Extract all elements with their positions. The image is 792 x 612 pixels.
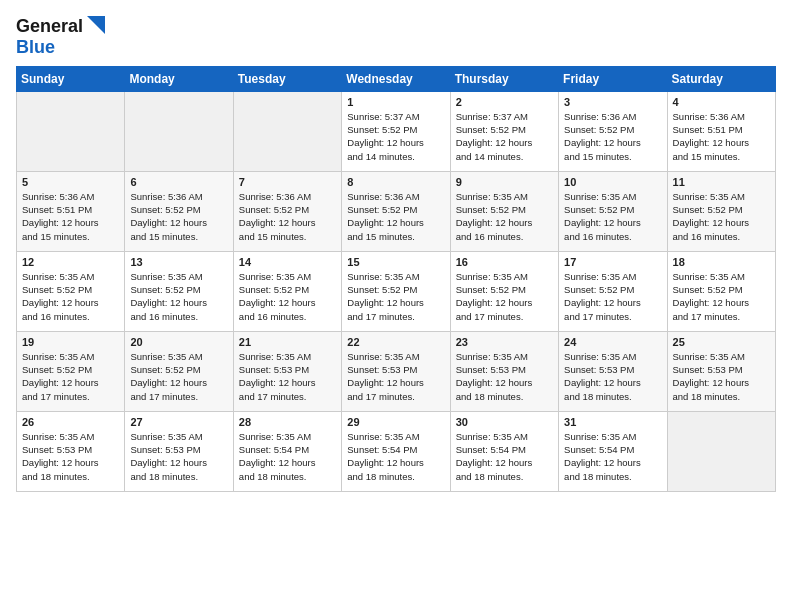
calendar-cell: 16Sunrise: 5:35 AM Sunset: 5:52 PM Dayli… — [450, 251, 558, 331]
calendar-cell: 30Sunrise: 5:35 AM Sunset: 5:54 PM Dayli… — [450, 411, 558, 491]
day-number: 29 — [347, 416, 444, 428]
calendar-cell: 19Sunrise: 5:35 AM Sunset: 5:52 PM Dayli… — [17, 331, 125, 411]
day-number: 23 — [456, 336, 553, 348]
column-header-friday: Friday — [559, 66, 667, 91]
day-number: 15 — [347, 256, 444, 268]
day-info: Sunrise: 5:35 AM Sunset: 5:53 PM Dayligh… — [456, 350, 553, 403]
calendar-cell: 23Sunrise: 5:35 AM Sunset: 5:53 PM Dayli… — [450, 331, 558, 411]
day-number: 16 — [456, 256, 553, 268]
day-number: 19 — [22, 336, 119, 348]
calendar-cell: 10Sunrise: 5:35 AM Sunset: 5:52 PM Dayli… — [559, 171, 667, 251]
logo-arrow-icon — [83, 16, 105, 38]
calendar-cell — [17, 91, 125, 171]
day-number: 7 — [239, 176, 336, 188]
logo: General Blue — [16, 16, 105, 58]
calendar-cell: 1Sunrise: 5:37 AM Sunset: 5:52 PM Daylig… — [342, 91, 450, 171]
day-info: Sunrise: 5:35 AM Sunset: 5:53 PM Dayligh… — [130, 430, 227, 483]
day-number: 5 — [22, 176, 119, 188]
day-info: Sunrise: 5:35 AM Sunset: 5:52 PM Dayligh… — [130, 350, 227, 403]
day-info: Sunrise: 5:35 AM Sunset: 5:54 PM Dayligh… — [564, 430, 661, 483]
column-header-tuesday: Tuesday — [233, 66, 341, 91]
calendar-cell: 2Sunrise: 5:37 AM Sunset: 5:52 PM Daylig… — [450, 91, 558, 171]
calendar-cell: 31Sunrise: 5:35 AM Sunset: 5:54 PM Dayli… — [559, 411, 667, 491]
calendar-cell: 8Sunrise: 5:36 AM Sunset: 5:52 PM Daylig… — [342, 171, 450, 251]
calendar-cell — [125, 91, 233, 171]
day-info: Sunrise: 5:35 AM Sunset: 5:53 PM Dayligh… — [22, 430, 119, 483]
day-info: Sunrise: 5:35 AM Sunset: 5:52 PM Dayligh… — [347, 270, 444, 323]
day-number: 6 — [130, 176, 227, 188]
calendar-cell: 29Sunrise: 5:35 AM Sunset: 5:54 PM Dayli… — [342, 411, 450, 491]
column-header-monday: Monday — [125, 66, 233, 91]
day-info: Sunrise: 5:36 AM Sunset: 5:52 PM Dayligh… — [239, 190, 336, 243]
day-info: Sunrise: 5:35 AM Sunset: 5:53 PM Dayligh… — [564, 350, 661, 403]
calendar-week-row: 1Sunrise: 5:37 AM Sunset: 5:52 PM Daylig… — [17, 91, 776, 171]
day-number: 12 — [22, 256, 119, 268]
calendar-cell: 26Sunrise: 5:35 AM Sunset: 5:53 PM Dayli… — [17, 411, 125, 491]
column-header-saturday: Saturday — [667, 66, 775, 91]
day-number: 17 — [564, 256, 661, 268]
day-number: 18 — [673, 256, 770, 268]
logo-svg-container: General Blue — [16, 16, 105, 58]
day-info: Sunrise: 5:35 AM Sunset: 5:52 PM Dayligh… — [456, 190, 553, 243]
calendar-cell: 14Sunrise: 5:35 AM Sunset: 5:52 PM Dayli… — [233, 251, 341, 331]
calendar-cell: 22Sunrise: 5:35 AM Sunset: 5:53 PM Dayli… — [342, 331, 450, 411]
calendar-cell: 7Sunrise: 5:36 AM Sunset: 5:52 PM Daylig… — [233, 171, 341, 251]
page-header: General Blue — [16, 16, 776, 58]
day-number: 28 — [239, 416, 336, 428]
day-info: Sunrise: 5:37 AM Sunset: 5:52 PM Dayligh… — [347, 110, 444, 163]
calendar-cell: 3Sunrise: 5:36 AM Sunset: 5:52 PM Daylig… — [559, 91, 667, 171]
day-info: Sunrise: 5:35 AM Sunset: 5:52 PM Dayligh… — [130, 270, 227, 323]
calendar-week-row: 12Sunrise: 5:35 AM Sunset: 5:52 PM Dayli… — [17, 251, 776, 331]
day-number: 13 — [130, 256, 227, 268]
day-number: 31 — [564, 416, 661, 428]
svg-marker-0 — [87, 16, 105, 34]
calendar-cell: 21Sunrise: 5:35 AM Sunset: 5:53 PM Dayli… — [233, 331, 341, 411]
column-header-sunday: Sunday — [17, 66, 125, 91]
day-number: 10 — [564, 176, 661, 188]
day-info: Sunrise: 5:36 AM Sunset: 5:51 PM Dayligh… — [673, 110, 770, 163]
day-number: 14 — [239, 256, 336, 268]
day-info: Sunrise: 5:35 AM Sunset: 5:52 PM Dayligh… — [239, 270, 336, 323]
calendar-cell: 13Sunrise: 5:35 AM Sunset: 5:52 PM Dayli… — [125, 251, 233, 331]
column-header-wednesday: Wednesday — [342, 66, 450, 91]
calendar-cell: 28Sunrise: 5:35 AM Sunset: 5:54 PM Dayli… — [233, 411, 341, 491]
day-number: 30 — [456, 416, 553, 428]
day-number: 27 — [130, 416, 227, 428]
day-info: Sunrise: 5:35 AM Sunset: 5:52 PM Dayligh… — [673, 190, 770, 243]
day-info: Sunrise: 5:35 AM Sunset: 5:52 PM Dayligh… — [22, 350, 119, 403]
day-number: 24 — [564, 336, 661, 348]
day-info: Sunrise: 5:35 AM Sunset: 5:53 PM Dayligh… — [347, 350, 444, 403]
day-number: 22 — [347, 336, 444, 348]
calendar-cell: 11Sunrise: 5:35 AM Sunset: 5:52 PM Dayli… — [667, 171, 775, 251]
calendar-cell: 9Sunrise: 5:35 AM Sunset: 5:52 PM Daylig… — [450, 171, 558, 251]
calendar-cell: 27Sunrise: 5:35 AM Sunset: 5:53 PM Dayli… — [125, 411, 233, 491]
calendar-cell: 6Sunrise: 5:36 AM Sunset: 5:52 PM Daylig… — [125, 171, 233, 251]
day-info: Sunrise: 5:35 AM Sunset: 5:52 PM Dayligh… — [564, 190, 661, 243]
day-info: Sunrise: 5:35 AM Sunset: 5:52 PM Dayligh… — [564, 270, 661, 323]
day-number: 9 — [456, 176, 553, 188]
day-info: Sunrise: 5:36 AM Sunset: 5:52 PM Dayligh… — [564, 110, 661, 163]
calendar-cell — [667, 411, 775, 491]
calendar-cell: 15Sunrise: 5:35 AM Sunset: 5:52 PM Dayli… — [342, 251, 450, 331]
calendar-cell — [233, 91, 341, 171]
day-info: Sunrise: 5:36 AM Sunset: 5:51 PM Dayligh… — [22, 190, 119, 243]
day-number: 26 — [22, 416, 119, 428]
day-info: Sunrise: 5:35 AM Sunset: 5:52 PM Dayligh… — [456, 270, 553, 323]
day-info: Sunrise: 5:37 AM Sunset: 5:52 PM Dayligh… — [456, 110, 553, 163]
day-info: Sunrise: 5:35 AM Sunset: 5:53 PM Dayligh… — [239, 350, 336, 403]
calendar-header-row: SundayMondayTuesdayWednesdayThursdayFrid… — [17, 66, 776, 91]
day-info: Sunrise: 5:35 AM Sunset: 5:54 PM Dayligh… — [347, 430, 444, 483]
day-number: 20 — [130, 336, 227, 348]
calendar-cell: 5Sunrise: 5:36 AM Sunset: 5:51 PM Daylig… — [17, 171, 125, 251]
day-info: Sunrise: 5:35 AM Sunset: 5:52 PM Dayligh… — [22, 270, 119, 323]
calendar-cell: 18Sunrise: 5:35 AM Sunset: 5:52 PM Dayli… — [667, 251, 775, 331]
calendar-table: SundayMondayTuesdayWednesdayThursdayFrid… — [16, 66, 776, 492]
column-header-thursday: Thursday — [450, 66, 558, 91]
calendar-cell: 12Sunrise: 5:35 AM Sunset: 5:52 PM Dayli… — [17, 251, 125, 331]
day-number: 11 — [673, 176, 770, 188]
calendar-cell: 4Sunrise: 5:36 AM Sunset: 5:51 PM Daylig… — [667, 91, 775, 171]
day-info: Sunrise: 5:35 AM Sunset: 5:53 PM Dayligh… — [673, 350, 770, 403]
calendar-body: 1Sunrise: 5:37 AM Sunset: 5:52 PM Daylig… — [17, 91, 776, 491]
day-info: Sunrise: 5:35 AM Sunset: 5:54 PM Dayligh… — [456, 430, 553, 483]
calendar-week-row: 5Sunrise: 5:36 AM Sunset: 5:51 PM Daylig… — [17, 171, 776, 251]
